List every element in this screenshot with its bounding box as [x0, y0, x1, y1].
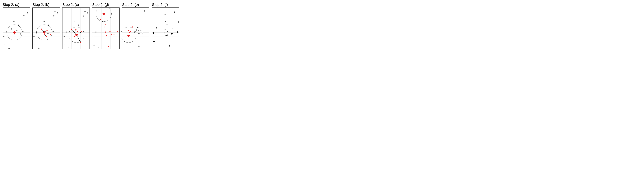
panel-f: Step 2: (f)111122222222222234: [152, 3, 179, 49]
point-hollow: [57, 12, 58, 14]
cluster-label: 4: [178, 20, 179, 23]
point-hollow: [145, 30, 146, 31]
point-hollow: [36, 31, 37, 33]
core-point: [128, 35, 130, 37]
cluster-label: 2: [172, 26, 173, 30]
point-hollow: [138, 27, 139, 28]
plot-area: [122, 8, 150, 49]
point-cluster: [46, 30, 48, 31]
point-hollow: [14, 21, 15, 22]
point-cluster: [117, 31, 118, 32]
point-hollow: [52, 31, 54, 32]
point-hollow: [18, 24, 19, 26]
point-hollow: [95, 31, 96, 33]
grid-h: [122, 16, 149, 16]
point-cluster: [82, 31, 82, 32]
point-hollow: [136, 29, 137, 31]
point-cluster: [74, 36, 75, 37]
point-cluster: [106, 35, 107, 36]
point-cluster: [105, 24, 106, 25]
point-cluster: [44, 34, 45, 35]
plot-area: [62, 8, 90, 49]
point-hollow: [63, 36, 64, 37]
cluster-label: 2: [167, 34, 168, 37]
core-point: [102, 13, 105, 15]
grid-h: [152, 32, 179, 33]
point-hollow: [8, 48, 10, 49]
panel-d: Step 2: (d): [92, 3, 120, 49]
point-cluster: [46, 36, 47, 37]
grid-h: [92, 41, 120, 41]
panel-title: Step 2: (b): [32, 3, 60, 7]
cluster-label: 3: [174, 10, 176, 14]
panel-title: Step 2: (f): [152, 3, 179, 7]
cluster-label: 2: [171, 32, 173, 36]
grid-h: [3, 16, 30, 16]
point-cluster: [128, 30, 129, 31]
panel-c: Step 2: (c): [62, 3, 90, 49]
plot-area: 111122222222222234: [152, 8, 179, 49]
panel-title: Step 2: (d): [92, 3, 120, 7]
cluster-label: 2: [167, 29, 168, 32]
point-hollow: [68, 48, 70, 49]
grid-h: [62, 16, 90, 16]
point-cluster: [130, 31, 131, 32]
grid-h: [122, 24, 149, 24]
point-hollow: [33, 36, 35, 37]
point-hollow: [73, 21, 74, 22]
point-hollow: [134, 31, 136, 33]
point-cluster: [105, 32, 106, 33]
cluster-label: 2: [168, 44, 170, 47]
cluster-label: 2: [164, 32, 165, 35]
point-cluster: [77, 31, 78, 32]
point-hollow: [38, 48, 40, 49]
point-hollow: [135, 17, 136, 18]
panel-title: Step 2: (e): [122, 3, 150, 7]
point-cluster: [108, 46, 109, 47]
point-hollow: [6, 31, 7, 33]
point-hollow: [64, 45, 65, 46]
core-point: [13, 31, 16, 34]
point-cluster: [76, 29, 78, 30]
point-hollow: [43, 21, 44, 22]
point-hollow: [144, 38, 145, 39]
cluster-label: 2: [176, 31, 178, 34]
point-hollow: [22, 31, 24, 32]
point-cluster: [110, 31, 110, 32]
point-cluster: [111, 34, 112, 35]
point-hollow: [138, 45, 140, 47]
point-hollow: [4, 45, 5, 46]
point-hollow: [140, 30, 142, 31]
point-hollow: [54, 11, 56, 12]
point-hollow: [66, 31, 67, 33]
point-cluster: [50, 34, 51, 35]
point-hollow: [24, 11, 26, 12]
point-cluster: [41, 29, 42, 30]
panel-title: Step 2: (c): [62, 3, 90, 7]
cluster-label: 1: [155, 33, 157, 36]
cluster-label: 2: [164, 28, 166, 32]
point-cluster: [114, 34, 114, 35]
plot-area: [2, 8, 30, 49]
point-hollow: [138, 31, 139, 32]
point-hollow: [16, 30, 18, 31]
grid-h: [3, 41, 30, 41]
point-hollow: [148, 23, 149, 24]
point-hollow: [23, 15, 24, 17]
point-hollow: [11, 28, 12, 30]
point-hollow: [144, 10, 146, 12]
point-hollow: [94, 45, 95, 46]
point-hollow: [14, 33, 15, 35]
panel-row: Step 2: (a)Step 2: (b)Step 2: (c)Step 2:…: [2, 3, 642, 49]
point-cluster: [80, 42, 81, 43]
point-hollow: [4, 36, 5, 37]
point-hollow: [138, 33, 140, 34]
point-cluster: [132, 27, 133, 28]
cluster-label: 2: [165, 19, 166, 23]
point-hollow: [142, 32, 143, 33]
grid-h: [3, 24, 30, 24]
point-hollow: [78, 24, 79, 26]
point-cluster: [104, 27, 104, 28]
panel-e: Step 2: (e): [122, 3, 150, 49]
grid-h: [32, 24, 60, 24]
